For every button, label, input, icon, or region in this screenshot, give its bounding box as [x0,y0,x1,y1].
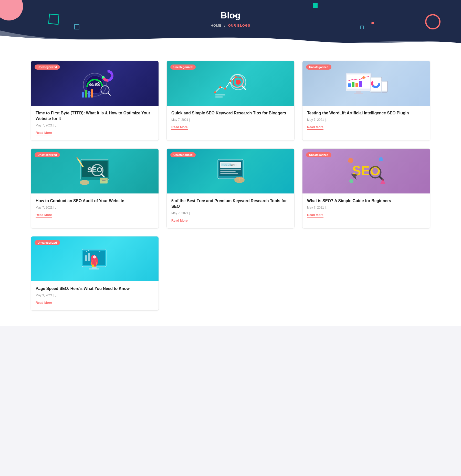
svg-text:KEYWORD: KEYWORD [221,164,230,166]
category-badge-seo-audit: Uncategorized [35,152,60,157]
svg-rect-48 [102,180,106,181]
card-image-wrap: SEARCH KEYWORD Uncategorized [167,149,294,193]
card-image-wrap: Uncategorized [167,61,294,106]
svg-rect-27 [356,91,361,93]
read-more-wordlift[interactable]: Read More [307,125,323,130]
card-meta-ttfb: May 7, 2021 | , [36,124,154,127]
svg-rect-23 [215,94,225,95]
svg-rect-33 [348,83,351,87]
read-more-page-speed[interactable]: Read More [36,301,52,305]
svg-point-45 [80,180,89,185]
card-image-wrap: 90/100 [31,61,159,106]
card-meta-seo-simple: May 7, 2021 | , [307,206,425,209]
svg-rect-79 [88,253,90,261]
card-page-speed: Uncategorized Page Speed SEO: Here's Wha… [31,236,159,311]
card-title-wordlift: Testing the WordLift Artificial Intellig… [307,110,425,116]
card-body-ttfb: Time to First Byte (TTFB): What It Is & … [31,106,159,140]
svg-point-20 [224,88,226,90]
svg-point-18 [214,91,216,93]
svg-point-69 [349,179,353,183]
card-body-seo-simple: What is SEO? A Simple Guide for Beginner… [302,193,430,223]
read-more-seo-simple[interactable]: Read More [307,213,323,218]
card-meta-keyword: May 7, 2021 | , [171,118,290,122]
card-title-keyword-tools: 5 of the Best Free and Premium Keyword R… [171,198,290,209]
read-more-keyword[interactable]: Read More [171,125,188,130]
svg-text:SEO: SEO [352,163,380,178]
svg-point-84 [99,251,100,252]
svg-rect-36 [359,81,362,87]
svg-rect-80 [92,267,97,268]
card-image-wrap: SEO Uncategorize [31,149,159,193]
svg-rect-32 [382,82,387,91]
card-keyword-tools: SEARCH KEYWORD Uncategorized [166,148,295,229]
category-badge-keyword: Uncategorized [170,64,196,70]
breadcrumb-current: OUR BLOGS [228,24,250,27]
svg-point-82 [86,251,87,252]
decoration-square-2 [313,3,318,8]
svg-rect-7 [91,89,93,98]
card-title-ttfb: Time to First Byte (TTFB): What It Is & … [36,110,154,122]
svg-rect-4 [82,92,84,98]
grid-empty-2 [302,236,430,311]
read-more-seo-audit[interactable]: Read More [36,213,52,218]
svg-rect-66 [348,158,353,163]
svg-point-21 [229,80,232,82]
svg-rect-81 [89,268,99,269]
blog-grid: 90/100 [31,61,430,229]
card-meta-keyword-tools: May 7, 2021 | , [171,211,290,215]
svg-rect-6 [88,91,90,98]
svg-text:SEO: SEO [87,166,102,174]
svg-rect-57 [220,169,241,170]
hero-wave [0,30,461,48]
breadcrumb-home[interactable]: HOME [211,24,222,27]
svg-point-19 [219,86,221,88]
card-image-wrap: SEO Uncategorized [302,149,430,193]
grid-empty-1 [166,236,295,311]
svg-rect-28 [354,93,363,94]
page-title: Blog [0,10,461,20]
svg-point-75 [93,255,96,258]
category-badge-seo-simple: Uncategorized [306,152,331,157]
card-body-page-speed: Page Speed SEO: Here's What You Need to … [31,281,159,310]
category-badge-wordlift: Uncategorized [306,64,331,70]
svg-rect-67 [379,157,383,161]
svg-rect-58 [220,171,236,172]
card-keyword-research: Uncategorized Quick and Simple SEO Keywo… [166,61,295,141]
card-meta-wordlift: May 7, 2021 | , [307,118,425,122]
svg-line-17 [242,86,246,90]
card-wordlift: Uncategorized Testing the WordLift Artif… [302,61,430,141]
card-body-wordlift: Testing the WordLift Artificial Intellig… [302,106,430,135]
category-badge-page-speed: Uncategorized [35,240,60,245]
card-image-wrap: Uncategorized [302,61,430,106]
svg-marker-68 [380,179,385,184]
card-ttfb: 90/100 [31,61,159,141]
card-meta-page-speed: May 3, 2021 | , [36,294,154,297]
card-body-keyword-tools: 5 of the Best Free and Premium Keyword R… [167,193,294,228]
breadcrumb: HOME / OUR BLOGS [0,24,461,27]
svg-rect-78 [85,255,87,261]
svg-rect-35 [355,83,358,87]
card-body-seo-audit: How to Conduct an SEO Audit of Your Webs… [31,193,159,223]
card-title-seo-simple: What is SEO? A Simple Guide for Beginner… [307,198,425,204]
card-body-keyword: Quick and Simple SEO Keyword Research Ti… [167,106,294,135]
card-title-keyword: Quick and Simple SEO Keyword Research Ti… [171,110,290,116]
svg-point-22 [235,76,237,78]
svg-rect-34 [352,82,354,87]
svg-point-15 [236,80,241,85]
svg-rect-59 [220,173,238,174]
svg-rect-5 [85,90,87,98]
svg-rect-47 [102,179,107,179]
blog-grid-last-row: Uncategorized Page Speed SEO: Here's Wha… [31,236,430,311]
hero-section: Blog HOME / OUR BLOGS [0,0,461,48]
read-more-keyword-tools[interactable]: Read More [171,219,188,223]
card-meta-seo-audit: May 7, 2021 | , [36,206,154,209]
card-title-seo-audit: How to Conduct an SEO Audit of Your Webs… [36,198,154,204]
card-seo-audit: SEO Uncategorize [31,148,159,229]
main-content: 90/100 [0,48,461,326]
svg-line-9 [108,93,111,95]
breadcrumb-separator: / [224,24,226,27]
read-more-ttfb[interactable]: Read More [36,131,52,135]
svg-point-83 [88,250,89,251]
category-badge-ttfb: Uncategorized [35,64,60,70]
card-image-wrap: Uncategorized [31,236,159,281]
